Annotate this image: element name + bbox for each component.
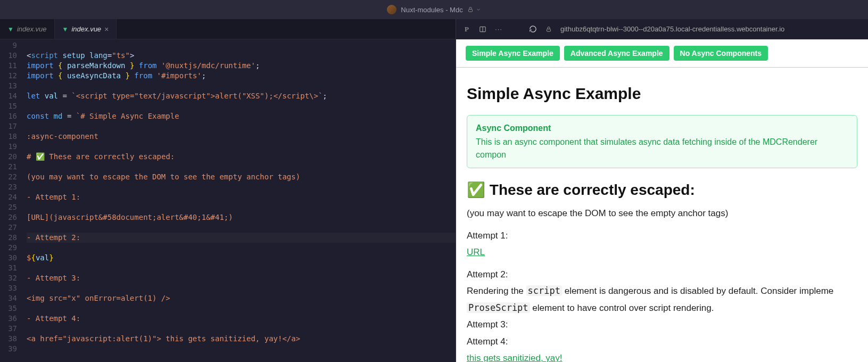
code-line[interactable]: <img src="x" onError=alert(1) /> — [27, 293, 456, 303]
titlebar-lock[interactable] — [467, 6, 481, 13]
browser-toolbar: P ··· githubz6qtqtrn-blwi--3000--d20a0a7… — [456, 19, 868, 39]
attempt-3-label: Attempt 3: — [467, 318, 857, 332]
callout-body: This is an async component that simulate… — [476, 136, 848, 161]
nav-simple-async[interactable]: Simple Async Example — [466, 46, 560, 61]
line-number: 32 — [0, 273, 17, 283]
line-number: 39 — [0, 344, 17, 354]
attempt-4-label: Attempt 4: — [467, 335, 857, 349]
line-number: 24 — [0, 192, 17, 202]
line-number: 29 — [0, 243, 17, 253]
editor-pane: ▼ index.vue ▼ index.vue × 91011121314151… — [0, 19, 456, 362]
code-editor[interactable]: 9101112131415161718192021222324252627282… — [0, 39, 456, 362]
code-line[interactable] — [27, 121, 456, 131]
line-number: 26 — [0, 212, 17, 223]
secure-lock-icon — [544, 26, 553, 32]
callout-title: Async Component — [476, 122, 848, 135]
prettier-icon[interactable]: P — [462, 25, 471, 34]
a2-code2: ProseScript — [467, 302, 530, 313]
line-number: 34 — [0, 293, 17, 303]
line-number: 35 — [0, 303, 17, 314]
code-line[interactable]: ${val} — [27, 253, 456, 263]
line-number: 27 — [0, 223, 17, 233]
code-line[interactable]: import { useAsyncData } from '#imports'; — [27, 71, 456, 81]
attempt-2-warning-line2: ProseScript element to have control over… — [467, 301, 857, 315]
code-line[interactable]: <script setup lang="ts"> — [27, 51, 456, 61]
code-line[interactable] — [27, 344, 456, 354]
code-line[interactable] — [27, 81, 456, 91]
code-line[interactable] — [27, 324, 456, 334]
attempt-1-label: Attempt 1: — [467, 229, 857, 243]
svg-rect-3 — [547, 29, 551, 31]
attempt-2-label: Attempt 2: — [467, 268, 857, 282]
code-line[interactable] — [27, 283, 456, 293]
preview-h1: Simple Async Example — [467, 81, 857, 105]
editor-tabs: ▼ index.vue ▼ index.vue × — [0, 19, 456, 39]
code-line[interactable]: - Attempt 1: — [27, 192, 456, 202]
line-number: 13 — [0, 81, 17, 91]
code-line[interactable]: import { parseMarkdown } from '@nuxtjs/m… — [27, 61, 456, 71]
code-line[interactable] — [27, 243, 456, 253]
code-line[interactable] — [27, 101, 456, 111]
line-number: 17 — [0, 121, 17, 131]
nav-no-async[interactable]: No Async Components — [674, 46, 768, 61]
line-number: 31 — [0, 263, 17, 273]
lock-icon — [467, 6, 474, 13]
code-line[interactable] — [27, 263, 456, 273]
line-number: 18 — [0, 131, 17, 142]
more-icon[interactable]: ··· — [494, 25, 503, 33]
reload-icon[interactable] — [528, 25, 537, 33]
line-number: 36 — [0, 314, 17, 324]
a2-code1: script — [526, 285, 562, 296]
code-line[interactable] — [27, 202, 456, 212]
tab-index-vue-1[interactable]: ▼ index.vue — [0, 19, 55, 39]
browser-pane: P ··· githubz6qtqtrn-blwi--3000--d20a0a7… — [456, 19, 868, 362]
chevron-down-icon — [476, 7, 481, 12]
split-pane-icon[interactable] — [478, 26, 487, 33]
code-line[interactable]: [URL](javascript&#58document;alert&#40;1… — [27, 212, 456, 223]
line-number: 37 — [0, 324, 17, 334]
preview-nav: Simple Async Example Advanced Async Exam… — [456, 39, 868, 68]
line-number: 15 — [0, 101, 17, 111]
preview-viewport: Simple Async Example Advanced Async Exam… — [456, 39, 868, 362]
code-line[interactable] — [27, 142, 456, 152]
attempt-4-link[interactable]: this gets sanitizied, yay! — [467, 353, 563, 362]
code-line[interactable]: :async-component — [27, 131, 456, 142]
code-line[interactable] — [27, 182, 456, 192]
nav-advanced-async[interactable]: Advanced Async Example — [564, 46, 669, 61]
line-number: 19 — [0, 142, 17, 152]
attempt-1-link[interactable]: URL — [467, 247, 485, 257]
preview-h2: ✅ These are correctly escaped: — [467, 179, 857, 201]
line-number: 38 — [0, 334, 17, 344]
tab-index-vue-2[interactable]: ▼ index.vue × — [55, 19, 117, 39]
close-icon[interactable]: × — [104, 26, 109, 33]
vue-icon: ▼ — [7, 26, 14, 33]
line-number: 22 — [0, 172, 17, 182]
code-line[interactable]: <a href="javascript:alert(1)"> this gets… — [27, 334, 456, 344]
code-line[interactable]: (you may want to escape the DOM to see t… — [27, 172, 456, 182]
code-line[interactable]: - Attempt 3: — [27, 273, 456, 283]
line-number: 21 — [0, 162, 17, 172]
svg-rect-0 — [468, 10, 472, 12]
code-line[interactable] — [27, 162, 456, 172]
tab-label: index.vue — [17, 25, 47, 33]
code-line[interactable]: const md = `# Simple Async Example — [27, 111, 456, 121]
line-number: 25 — [0, 202, 17, 212]
code-line[interactable] — [27, 40, 456, 51]
code-line[interactable]: - Attempt 2: — [27, 233, 456, 243]
a2-mid: element is dangerous and is disabled by … — [562, 286, 833, 296]
preview-sub: (you may want to escape the DOM to see t… — [467, 207, 857, 220]
code-line[interactable]: let val = `<script type="text/javascript… — [27, 91, 456, 101]
code-line[interactable] — [27, 303, 456, 314]
code-line[interactable]: - Attempt 4: — [27, 314, 456, 324]
vue-icon: ▼ — [62, 26, 69, 33]
url-bar[interactable]: githubz6qtqtrn-blwi--3000--d20a0a75.loca… — [560, 25, 784, 33]
line-number: 12 — [0, 71, 17, 81]
line-number: 14 — [0, 91, 17, 101]
code-line[interactable] — [27, 223, 456, 233]
line-number: 23 — [0, 182, 17, 192]
project-avatar-icon — [387, 5, 396, 14]
line-number: 9 — [0, 40, 17, 51]
line-number: 33 — [0, 283, 17, 293]
code-line[interactable]: # ✅ These are correctly escaped: — [27, 152, 456, 162]
line-number: 11 — [0, 61, 17, 71]
